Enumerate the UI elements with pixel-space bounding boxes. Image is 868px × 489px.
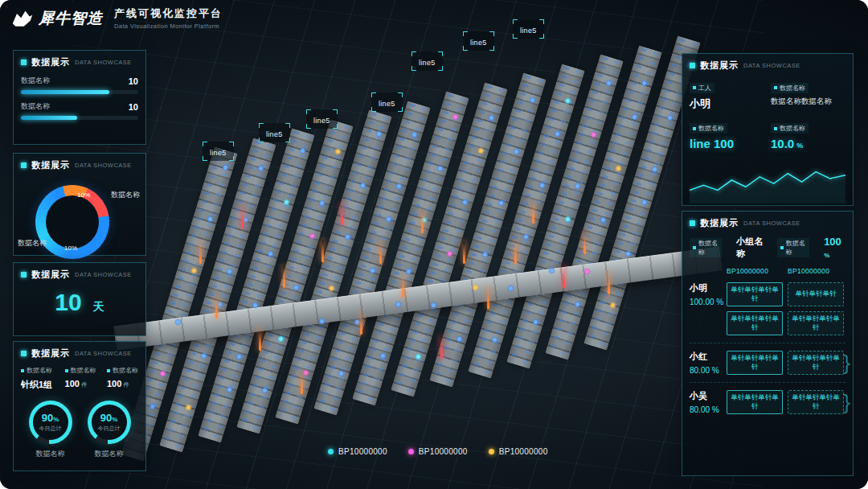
line-label[interactable]: line5 xyxy=(411,51,443,71)
panel-header: 数据展示 DATA SHOWCASE xyxy=(21,269,138,281)
panel-bullet-icon xyxy=(21,272,27,277)
panel-title-en: DATA SHOWCASE xyxy=(75,350,132,357)
line-label[interactable]: line5 xyxy=(306,109,338,129)
legend-item[interactable]: BP10000000 xyxy=(328,447,387,456)
stat-bullet-icon xyxy=(21,369,24,372)
field-bullet-icon xyxy=(774,86,777,89)
dashboard: line5 line5 line5 line5 line5 line5 line… xyxy=(0,0,868,489)
task-cell[interactable]: 单针单针单针单针 xyxy=(727,390,783,414)
task-cell[interactable]: 单针单针单针 xyxy=(788,282,844,306)
field-value: line 100 xyxy=(690,137,764,150)
worker-fields: 工人 小明 数据名称 数据名称数据名称 数据名称 line 100 数据名称 1… xyxy=(690,78,845,150)
alert-bar xyxy=(487,286,489,309)
alert-bar xyxy=(379,241,382,264)
days-unit: 天 xyxy=(93,300,104,314)
alert-bar xyxy=(199,241,202,264)
panel-title-cn: 数据展示 xyxy=(31,347,70,360)
gauges: 90% 今日总计 数据名称 90% 今日总计 数据名称 xyxy=(21,401,138,459)
worker-field: 工人 小明 xyxy=(690,78,764,111)
legend-dot-magenta xyxy=(408,449,414,454)
line-label[interactable]: line5 xyxy=(259,123,290,142)
brace-icon xyxy=(843,351,850,376)
stat-column: 数据名称 100件 xyxy=(65,366,96,391)
line-label[interactable]: line5 xyxy=(371,92,403,112)
progress-bar-fill xyxy=(21,116,77,120)
panel-bullet-icon xyxy=(690,220,695,226)
gauge-block: 90% 今日总计 数据名称 xyxy=(29,401,72,459)
field-bullet-icon xyxy=(693,127,696,130)
stat-bullet-icon xyxy=(107,369,110,372)
alert-bar xyxy=(215,296,218,318)
panel-days: 数据展示 DATA SHOWCASE 10 天 xyxy=(13,262,146,336)
field-bullet-icon xyxy=(693,246,696,249)
gauge-caption: 今日总计 xyxy=(39,425,62,433)
stat-value: 100 xyxy=(65,379,80,388)
panel-header: 数据展示 DATA SHOWCASE xyxy=(21,56,138,68)
panel-title-cn: 数据展示 xyxy=(31,56,70,68)
alert-bar xyxy=(440,336,443,359)
stat-value: 100 xyxy=(107,379,121,388)
stat-columns: 数据名称 针织1组 数据名称 100件 数据名称 100件 xyxy=(21,366,138,391)
alert-bar xyxy=(463,241,465,264)
gauge-label: 数据名称 xyxy=(36,449,65,459)
line-label[interactable]: line5 xyxy=(203,142,234,161)
legend-label: BP10000000 xyxy=(338,447,387,456)
field-label: 数据名称 xyxy=(698,124,724,133)
gauge-unit: % xyxy=(112,416,117,423)
days-value-block: 10 天 xyxy=(21,289,138,316)
stat-column: 数据名称 针织1组 xyxy=(21,366,54,391)
platform-subtitle: Data Visualization Monitor Platform xyxy=(114,23,223,30)
alert-bar xyxy=(608,272,610,294)
member-name: 小吴 xyxy=(690,390,727,402)
platform-title: 产线可视化监控平台 xyxy=(114,6,223,21)
rhino-logo-icon xyxy=(11,9,34,28)
field-bullet-icon xyxy=(780,246,784,249)
donut-label-top: 数据名称 xyxy=(111,190,140,200)
task-cell[interactable]: 单针单针单针单针 xyxy=(727,282,783,306)
task-cell[interactable]: 单针单针单针单针 xyxy=(788,351,844,375)
panel-donut: 数据展示 DATA SHOWCASE 10% 10% 数据名称 数据名称 xyxy=(13,153,146,256)
group-pct-value: 100 xyxy=(824,236,841,248)
task-cell[interactable]: 单针单针单针单针 xyxy=(788,311,844,335)
legend-label: BP10000000 xyxy=(419,447,468,456)
donut-percent-blue: 10% xyxy=(64,244,77,252)
task-cell[interactable]: 单针单针单针单针 xyxy=(788,390,844,414)
panel-title-cn: 数据展示 xyxy=(31,269,70,281)
line-label[interactable]: line5 xyxy=(513,19,544,39)
stat-column: 数据名称 100件 xyxy=(107,366,138,391)
gauge-caption: 今日总计 xyxy=(98,425,121,433)
header: 犀牛智造 产线可视化监控平台 Data Visualization Monito… xyxy=(11,6,223,30)
panel-title-en: DATA SHOWCASE xyxy=(75,271,132,278)
line-label-text: line5 xyxy=(419,59,436,67)
group-name-value: 小组名称 xyxy=(736,236,765,260)
gauge-ring: 90% 今日总计 xyxy=(29,401,72,444)
line-label[interactable]: line5 xyxy=(463,31,494,51)
progress-value: 10 xyxy=(129,102,138,112)
legend-item[interactable]: BP10000000 xyxy=(489,447,548,456)
gauge-label: 数据名称 xyxy=(95,449,124,459)
member-cells: 单针单针单针单针 单针单针单针单针 xyxy=(727,351,845,375)
member-percent: 80.00 % xyxy=(690,405,727,414)
task-cell[interactable]: 单针单针单针单针 xyxy=(727,311,783,335)
line-label-text: line5 xyxy=(210,149,227,157)
alert-bar xyxy=(341,203,343,225)
field-label: 数据名称 xyxy=(780,124,805,133)
panel-header: 数据展示 DATA SHOWCASE xyxy=(690,217,845,229)
line-label-text: line5 xyxy=(266,130,283,138)
member-cells: 单针单针单针单针 单针单针单针 单针单针单针单针 单针单针单针单针 xyxy=(727,282,845,335)
panel-header: 数据展示 DATA SHOWCASE xyxy=(21,347,138,360)
legend-item[interactable]: BP10000000 xyxy=(408,447,468,456)
task-cell[interactable]: 单针单针单针单针 xyxy=(727,351,783,375)
member-row: 小红 80.00 % 单针单针单针单针 单针单针单针单针 xyxy=(690,343,845,383)
alert-bar xyxy=(283,265,285,288)
gauge-block: 90% 今日总计 数据名称 xyxy=(88,401,131,459)
scene-legend: BP10000000 BP10000000 BP10000000 xyxy=(328,447,548,456)
member-name: 小红 xyxy=(690,351,727,363)
field-value: 数据名称数据名称 xyxy=(771,97,845,107)
gauge-unit: % xyxy=(53,416,59,423)
progress-label: 数据名称 xyxy=(21,76,50,86)
alert-bar xyxy=(421,211,424,233)
line-label-text: line5 xyxy=(520,27,537,35)
stat-value: 针织1组 xyxy=(21,380,52,389)
days-value: 10 xyxy=(55,289,81,316)
